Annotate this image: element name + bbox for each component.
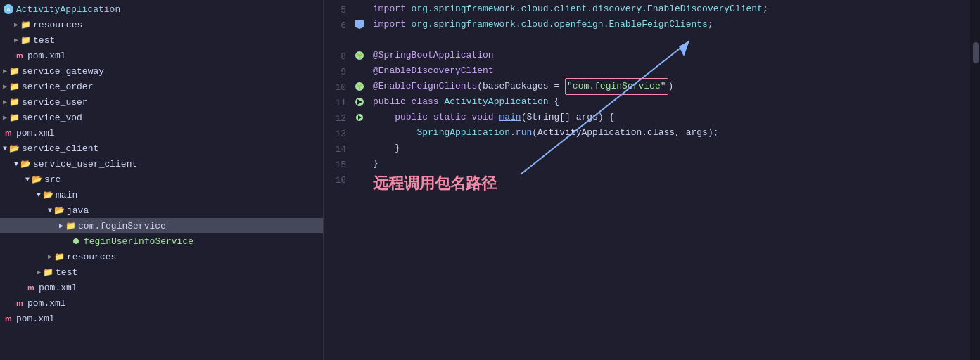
tree-label: test [56,267,77,278]
code-line-10: @EnableFeignClients(basePackages = "com.… [373,79,970,94]
tree-label: service_user [22,97,88,108]
chevron-down-icon: ▼ [14,160,18,168]
chevron-down-icon: ▼ [37,191,41,199]
folder-icon: 📁 [8,96,20,108]
xml-file-icon: m [14,50,25,61]
fegin-service-string: "com.feginService" [565,78,668,95]
code-line-5: import org.springframework.cloud.client.… [373,1,970,17]
tree-label: resources [67,252,116,262]
folder-icon: 📁 [8,112,20,123]
green-dot-icon [70,236,82,247]
code-line-13: SpringApplication.run(ActivityApplicatio… [373,125,970,141]
folder-open-icon: 📂 [20,158,31,169]
folder-icon: 📁 [42,266,53,278]
xml-file-icon: m [3,127,14,139]
tree-item-service-gateway[interactable]: ▶ 📁 service_gateway [0,63,323,79]
folder-icon: 📁 [65,220,76,231]
app-icon: A [3,4,14,15]
tree-item-pom-0b[interactable]: m pom.xml [0,311,323,326]
tree-label: main [56,190,77,200]
tree-item-main[interactable]: ▼ 📂 main [0,187,323,202]
code-line-11: public class ActivityApplication { [373,94,970,110]
tree-item-pom-1[interactable]: m pom.xml [0,48,323,63]
tree-label: pom.xml [16,314,55,324]
folder-icon: 📁 [8,65,20,77]
chevron-down-icon: ▼ [48,207,52,214]
line-numbers: 5 6 8 9 10 11 12 13 14 15 16 [324,1,352,188]
file-tree: A ActivityApplication ▶ 📁 resources ▶ 📁 … [0,0,324,360]
tree-item-service-client[interactable]: ▼ 📂 service_client [0,141,323,156]
gutter-icons: 🌱 🌱 [352,1,367,188]
folder-icon: 📁 [8,81,20,92]
folder-icon: 📁 [20,34,31,46]
code-line-14: } [373,141,970,156]
folder-open-icon: 📂 [8,143,20,154]
chevron-down-icon: ▼ [25,176,30,184]
folder-open-icon: 📂 [42,189,53,200]
tree-item-java[interactable]: ▼ 📂 java [0,202,323,218]
chevron-right-icon: ▶ [3,67,7,75]
chevron-right-icon: ▶ [48,252,52,261]
code-line-12: public static void main(String[] args) { [373,110,970,125]
tree-label: test [33,35,55,46]
xml-file-icon: m [3,313,14,324]
tree-item-test-3[interactable]: ▶ 📁 test [0,264,323,280]
chevron-right-icon: ▶ [14,36,18,44]
tree-label: service_client [22,143,98,154]
tree-item-src[interactable]: ▼ 📂 src [0,172,323,187]
tree-item-service-vod[interactable]: ▶ 📁 service_vod [0,110,323,125]
tree-label: service_gateway [22,66,104,77]
code-line-6: import org.springframework.cloud.openfei… [373,17,970,32]
tree-item-resources-4[interactable]: ▶ 📁 resources [0,249,323,264]
code-line-7 [373,32,970,48]
folder-open-icon: 📂 [53,205,65,216]
tree-item-pom-2[interactable]: m pom.xml [0,280,323,295]
tree-label: pom.xml [27,51,66,61]
tree-label: ActivityApplication [16,4,120,15]
tree-item-service-user-client[interactable]: ▼ 📂 service_user_client [0,156,323,172]
folder-icon: 📁 [20,19,31,30]
tree-item-pom-root[interactable]: m pom.xml [0,125,323,141]
chevron-right-icon: ▶ [3,113,7,122]
tree-item-test-1[interactable]: ▶ 📁 test [0,32,323,48]
tree-item-pom-1b[interactable]: m pom.xml [0,295,323,311]
code-line-9: @EnableDiscoveryClient [373,63,970,79]
chevron-down-icon: ▼ [3,145,7,153]
tree-item-fegin-user-info-service[interactable]: feginUserInfoService [0,233,323,249]
chevron-right-icon: ▶ [59,221,63,230]
tree-label: service_vod [22,112,82,123]
editor-scrollbar[interactable] [970,0,980,360]
code-lines: import org.springframework.cloud.client.… [367,0,970,360]
xml-file-icon: m [25,282,37,293]
tree-label: src [44,174,61,185]
tree-label: pom.xml [39,283,77,293]
code-line-8: @SpringBootApplication [373,48,970,63]
code-line-15: } [373,156,970,172]
scroll-thumb [973,42,979,63]
folder-open-icon: 📂 [31,174,42,185]
tree-label: service_order [22,82,93,92]
tree-item-activity-app[interactable]: A ActivityApplication [0,1,323,17]
chevron-right-icon: ▶ [3,98,7,106]
chevron-right-icon: ▶ [3,82,7,91]
chevron-right-icon: ▶ [14,20,18,29]
tree-label: feginUserInfoService [84,236,193,247]
annotation-label: 远程调用包名路径 [373,173,497,194]
tree-item-service-user[interactable]: ▶ 📁 service_user [0,94,323,110]
tree-label: resources [33,20,82,30]
tree-label: java [67,205,89,216]
chevron-right-icon: ▶ [37,268,41,276]
folder-icon: 📁 [53,251,65,262]
tree-label: pom.xml [16,128,55,139]
xml-file-icon: m [14,297,25,309]
tree-label: pom.xml [27,298,66,309]
tree-label: service_user_client [33,159,137,169]
tree-item-resources-1[interactable]: ▶ 📁 resources [0,17,323,32]
tree-label: com.feginService [78,221,166,231]
tree-item-service-order[interactable]: ▶ 📁 service_order [0,79,323,94]
tree-item-com-fegin-service[interactable]: ▶ 📁 com.feginService [0,218,323,233]
code-editor: 5 6 8 9 10 11 12 13 14 15 16 [324,0,980,360]
